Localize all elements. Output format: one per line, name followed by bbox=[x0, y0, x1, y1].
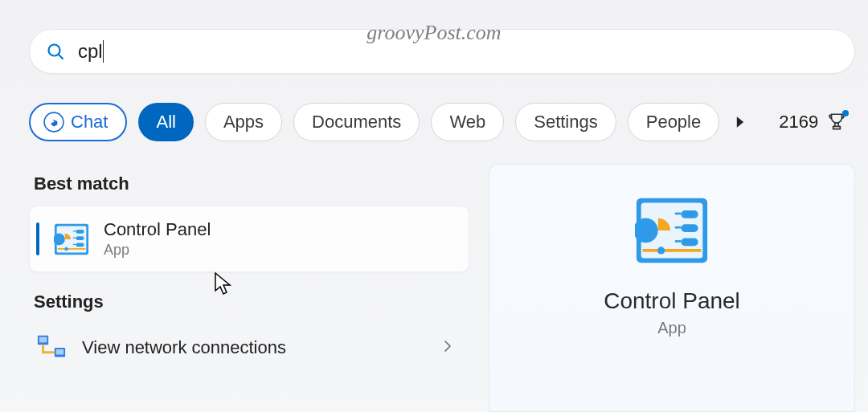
settings-result-network[interactable]: View network connections bbox=[29, 324, 469, 372]
text-caret bbox=[103, 40, 104, 63]
svg-rect-21 bbox=[682, 239, 698, 247]
web-chip[interactable]: Web bbox=[431, 103, 504, 141]
search-input-value[interactable]: cpl bbox=[78, 40, 103, 63]
preview-subtitle: App bbox=[657, 319, 686, 337]
svg-point-26 bbox=[657, 247, 665, 254]
svg-rect-16 bbox=[56, 349, 64, 355]
rewards-points[interactable]: 2169 bbox=[771, 112, 855, 133]
points-value: 2169 bbox=[779, 112, 818, 133]
selection-accent bbox=[36, 222, 39, 255]
apps-chip[interactable]: Apps bbox=[205, 103, 282, 141]
documents-chip[interactable]: Documents bbox=[293, 103, 420, 141]
svg-rect-7 bbox=[76, 243, 84, 247]
svg-line-1 bbox=[59, 55, 63, 59]
more-filters-arrow[interactable] bbox=[732, 114, 748, 130]
control-panel-icon bbox=[54, 222, 89, 257]
search-bar[interactable]: cpl bbox=[29, 29, 855, 74]
content-area: Best match bbox=[29, 164, 855, 412]
chip-label: People bbox=[646, 112, 702, 133]
chat-chip[interactable]: Chat bbox=[29, 103, 127, 141]
all-chip[interactable]: All bbox=[138, 103, 193, 141]
result-text: Control Panel App bbox=[104, 219, 211, 259]
svg-rect-14 bbox=[39, 337, 47, 343]
best-match-result[interactable]: Control Panel App bbox=[29, 206, 469, 272]
chip-label: Settings bbox=[534, 112, 598, 133]
best-match-header: Best match bbox=[34, 173, 469, 194]
settings-header: Settings bbox=[34, 292, 469, 312]
settings-chip[interactable]: Settings bbox=[515, 103, 616, 141]
settings-result-label: View network connections bbox=[82, 337, 440, 358]
filter-row: Chat All Apps Documents Web Settings Peo… bbox=[29, 100, 855, 145]
svg-point-2 bbox=[44, 112, 63, 132]
network-connections-icon bbox=[35, 332, 68, 364]
chip-label: Web bbox=[449, 112, 485, 133]
svg-rect-5 bbox=[76, 230, 84, 234]
all-label: All bbox=[156, 112, 175, 133]
preview-title: Control Panel bbox=[604, 288, 740, 314]
svg-point-12 bbox=[64, 247, 68, 250]
bing-icon bbox=[43, 112, 64, 133]
control-panel-large-icon bbox=[635, 194, 709, 267]
people-chip[interactable]: People bbox=[628, 103, 720, 141]
svg-rect-20 bbox=[682, 224, 698, 232]
result-subtitle: App bbox=[104, 242, 211, 259]
chip-label: Apps bbox=[223, 112, 264, 133]
svg-rect-6 bbox=[76, 236, 84, 240]
svg-rect-19 bbox=[682, 210, 698, 218]
chip-label: Documents bbox=[312, 112, 401, 133]
search-icon bbox=[46, 42, 65, 61]
results-column: Best match bbox=[29, 164, 469, 412]
result-title: Control Panel bbox=[104, 219, 211, 240]
trophy-icon bbox=[826, 112, 847, 133]
chat-label: Chat bbox=[71, 112, 108, 133]
chevron-right-icon bbox=[440, 337, 455, 358]
preview-panel: Control Panel App bbox=[489, 164, 855, 412]
